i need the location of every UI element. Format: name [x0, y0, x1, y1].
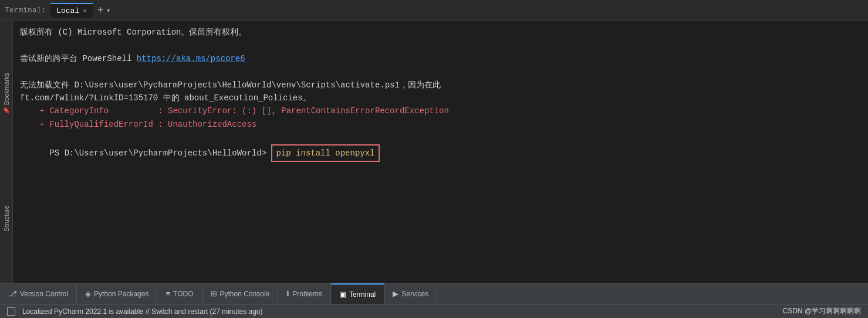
- status-right: CSDN @学习啊啊啊啊啊: [782, 306, 861, 316]
- terminal-line-8: + FullyQualifiedErrorId : UnauthorizedAc…: [20, 118, 861, 131]
- status-bar: Localized PyCharm 2022.1 is available //…: [0, 304, 868, 318]
- terminal-line-9: PS D:\Users\user\PycharmProjects\HelloWo…: [20, 131, 861, 175]
- main-area: 🔖 Bookmarks Structure 版权所有 (C) Microsoft…: [0, 21, 868, 283]
- terminal-command: pip install openpyxl: [271, 144, 379, 162]
- terminal-line-5: 无法加载文件 D:\Users\user\PycharmProjects\Hel…: [20, 79, 861, 92]
- services-label: Services: [401, 290, 428, 298]
- local-tab-label: Local: [56, 6, 79, 15]
- tab-bar: Terminal: Local × + ▾: [0, 0, 868, 21]
- todo-tab[interactable]: ≡ TODO: [157, 283, 202, 304]
- terminal-prompt: PS D:\Users\user\PycharmProjects\HelloWo…: [49, 148, 271, 158]
- todo-label: TODO: [173, 290, 193, 298]
- python-packages-label: Python Packages: [94, 290, 148, 298]
- bottom-section: ⎇ Version Control ◈ Python Packages ≡ TO…: [0, 283, 868, 318]
- status-checkbox[interactable]: [7, 307, 15, 316]
- python-console-label: Python Console: [220, 290, 270, 298]
- python-packages-tab[interactable]: ◈ Python Packages: [77, 283, 157, 304]
- python-console-tab[interactable]: ⊞ Python Console: [202, 283, 279, 304]
- tab-close-button[interactable]: ×: [83, 8, 87, 15]
- terminal-line-1: 版权所有 (C) Microsoft Corporation。保留所有权利。: [20, 26, 861, 39]
- python-console-icon: ⊞: [211, 289, 217, 298]
- tab-dropdown-button[interactable]: ▾: [106, 6, 111, 15]
- new-tab-button[interactable]: +: [97, 5, 104, 16]
- terminal-line-6: ft.com/fwlink/?LinkID=135170 中的 about_Ex…: [20, 92, 861, 104]
- version-control-tab[interactable]: ⎇ Version Control: [0, 283, 77, 304]
- structure-panel-tab[interactable]: Structure: [3, 205, 10, 232]
- problems-tab[interactable]: ℹ Problems: [278, 283, 331, 304]
- problems-icon: ℹ: [286, 289, 289, 298]
- local-tab[interactable]: Local ×: [50, 3, 93, 18]
- terminal-line-4: [20, 65, 861, 78]
- terminal-label: Terminal:: [5, 6, 46, 15]
- structure-label: Structure: [3, 205, 10, 232]
- bottom-toolbar: ⎇ Version Control ◈ Python Packages ≡ TO…: [0, 283, 868, 304]
- status-left: Localized PyCharm 2022.1 is available //…: [7, 307, 263, 316]
- status-message: Localized PyCharm 2022.1 is available //…: [22, 307, 263, 316]
- problems-label: Problems: [292, 290, 322, 298]
- version-control-icon: ⎇: [8, 289, 17, 298]
- side-panel: 🔖 Bookmarks Structure: [0, 21, 13, 283]
- version-control-label: Version Control: [20, 290, 68, 298]
- services-icon: ▶: [393, 289, 398, 298]
- bookmarks-panel-tab[interactable]: 🔖 Bookmarks: [3, 73, 10, 114]
- csdn-attribution: CSDN @学习啊啊啊啊啊: [782, 307, 861, 315]
- python-packages-icon: ◈: [85, 289, 91, 298]
- bookmarks-label: Bookmarks: [3, 73, 10, 105]
- services-tab[interactable]: ▶ Services: [384, 283, 437, 304]
- terminal-tab-label: Terminal: [349, 290, 376, 299]
- terminal-line-3: 尝试新的跨平台 PowerShell https://aka.ms/pscore…: [20, 52, 861, 65]
- todo-icon: ≡: [166, 289, 170, 298]
- terminal-tab[interactable]: ▣ Terminal: [331, 283, 384, 304]
- terminal-icon: ▣: [339, 290, 346, 299]
- terminal-line-2: [20, 39, 861, 52]
- pscore-link[interactable]: https://aka.ms/pscore6: [137, 54, 245, 63]
- terminal-line-7: + CategoryInfo : SecurityError: (:) [], …: [20, 104, 861, 117]
- bookmark-icon: 🔖: [3, 107, 9, 114]
- terminal-output[interactable]: 版权所有 (C) Microsoft Corporation。保留所有权利。 尝…: [13, 21, 868, 283]
